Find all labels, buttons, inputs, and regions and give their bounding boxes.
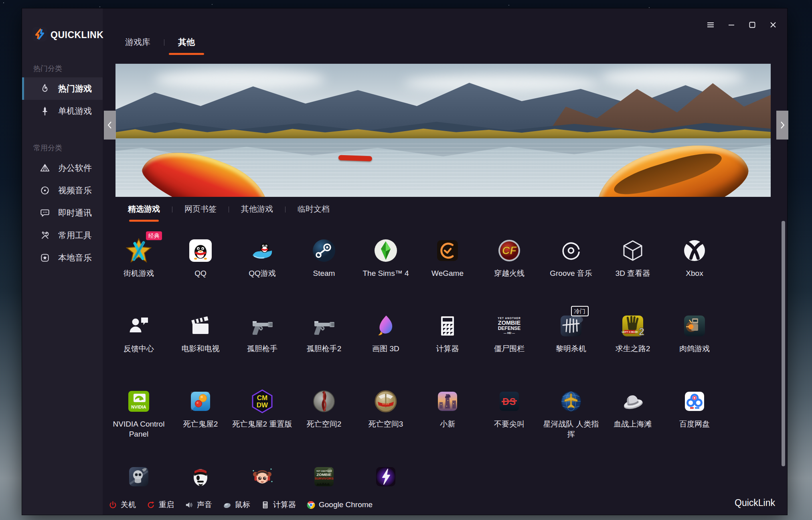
- grid-item-死亡空间2[interactable]: 死亡空间2: [293, 388, 355, 439]
- grid-item-求生之路2[interactable]: LEFT 4 DEAD2求生之路2: [602, 313, 664, 354]
- grid-item-画图 3D[interactable]: 画图 3D: [355, 313, 417, 354]
- grid-item-Groove 音乐[interactable]: Groove 音乐: [540, 238, 602, 278]
- grid-item-QQ游戏[interactable]: QQ游戏: [231, 238, 293, 278]
- sidebar-item-label: 热门游戏: [58, 83, 92, 94]
- grid-item-3D 查看器[interactable]: 3D 查看器: [602, 238, 664, 278]
- quicklink-logo-icon: [32, 27, 47, 43]
- disc-icon: [40, 185, 50, 196]
- chat-icon: [40, 208, 50, 218]
- grid-item-lightning[interactable]: [355, 464, 417, 504]
- grid-item-肉鸽游戏[interactable]: 肉鸽游戏: [664, 313, 725, 354]
- taskbar-item-label: 声音: [197, 500, 212, 510]
- taskbar-item-speaker[interactable]: 声音: [184, 500, 212, 510]
- main-area: 游戏库其他 精选游戏网页书签其他游戏临时文档 经典街机游戏QQQQ游戏Steam…: [103, 8, 787, 515]
- grid-item-星河战队 人类指挥[interactable]: 星河战队 人类指挥: [540, 388, 602, 439]
- grid-item-NVIDIA Control Panel[interactable]: NVIDIANVIDIA Control Panel: [108, 388, 170, 439]
- sidebar-item-sword[interactable]: 单机游戏: [22, 100, 103, 122]
- sidebar-section-header: 常用分类: [22, 143, 103, 153]
- taskbar-item-label: 计算器: [273, 500, 296, 510]
- grid-item-label: 肉鸽游戏: [664, 344, 725, 354]
- grid-item-反馈中心[interactable]: 反馈中心: [108, 313, 170, 354]
- hat-icon: [620, 388, 646, 414]
- grid-item-血战上海滩[interactable]: 血战上海滩: [602, 388, 664, 439]
- grid-row-3: YET ANOTHERZOMBIESURVIVORS: [108, 464, 417, 504]
- grid-item-黎明杀机[interactable]: 冷门黎明杀机: [540, 313, 602, 354]
- grid-item-QQ[interactable]: QQ: [170, 238, 231, 278]
- grid-item-小新[interactable]: 小新: [417, 388, 478, 439]
- grid-item-计算器[interactable]: 计算器: [417, 313, 478, 354]
- grid-item-百度网盘[interactable]: 百度网盘: [664, 388, 725, 439]
- minimize-button[interactable]: [726, 20, 737, 30]
- taskbar-item-calculator-small[interactable]: 计算器: [261, 500, 296, 510]
- grid-item-电影和电视[interactable]: 电影和电视: [170, 313, 231, 354]
- feedback-icon: [126, 313, 152, 339]
- flame-icon: [40, 83, 50, 94]
- grid-item-zombie-survivors[interactable]: YET ANOTHERZOMBIESURVIVORS: [293, 464, 355, 504]
- grid-item-label: WeGame: [417, 268, 478, 278]
- featured-banner[interactable]: [115, 64, 771, 197]
- top-tab-1[interactable]: 其他: [178, 36, 195, 53]
- close-button[interactable]: [768, 20, 778, 30]
- tent-icon: [40, 163, 50, 173]
- taskbar-item-chrome[interactable]: Google Chrome: [306, 500, 373, 510]
- grid-item-label: 穿越火线: [479, 268, 539, 278]
- paint3d-icon: [373, 313, 399, 339]
- grid-item-skull-art[interactable]: [108, 464, 170, 504]
- qq-game-icon: [249, 238, 275, 263]
- grid-item-girl-headphones[interactable]: [231, 464, 293, 504]
- grid-item-死亡鬼屋2 重置版[interactable]: CMDW死亡鬼屋2 重置版: [231, 388, 293, 439]
- xiaoxin-icon: [435, 388, 460, 414]
- maximize-button[interactable]: [747, 20, 757, 30]
- grid-item-Steam[interactable]: Steam: [293, 238, 355, 278]
- sidebar-item-star-box[interactable]: 本地音乐: [22, 247, 103, 269]
- grid-item-The Sims™ 4[interactable]: The Sims™ 4: [355, 238, 417, 278]
- cloud-shape: [600, 68, 744, 88]
- grid-item-街机游戏[interactable]: 经典街机游戏: [108, 238, 170, 278]
- sidebar-item-flame[interactable]: 热门游戏: [22, 77, 103, 100]
- taskbar-item-label: 关机: [121, 500, 136, 510]
- movies-icon: [188, 313, 213, 339]
- crossfire-icon: CF: [496, 238, 522, 263]
- taskbar-item-power[interactable]: 关机: [108, 500, 136, 510]
- deadspace2-icon: [311, 388, 337, 414]
- grid-item-label: Groove 音乐: [541, 268, 601, 278]
- pistol2-icon: [311, 313, 337, 339]
- desktop-stars: [3, 2, 4, 3]
- top-tab-0[interactable]: 游戏库: [125, 36, 150, 53]
- sidebar-item-chat[interactable]: 即时通讯: [22, 202, 103, 224]
- grid-item-死亡鬼屋2[interactable]: 死亡鬼屋2: [170, 388, 231, 439]
- banner-next-button[interactable]: [776, 111, 788, 140]
- sidebar-item-tent[interactable]: 办公软件: [22, 157, 103, 179]
- taskbar-item-restart[interactable]: 重启: [146, 500, 174, 510]
- grid-item-label: 不要尖叫: [479, 419, 539, 429]
- grid-item-孤胆枪手[interactable]: 孤胆枪手: [231, 313, 293, 354]
- sub-tab-1[interactable]: 网页书签: [184, 204, 217, 221]
- window-controls: [705, 20, 778, 30]
- sidebar-item-disc[interactable]: 视频音乐: [22, 179, 103, 202]
- grid-item-Xbox[interactable]: Xbox: [664, 238, 725, 278]
- grid-item-孤胆枪手2[interactable]: 孤胆枪手2: [293, 313, 355, 354]
- grid-item-label: 孤胆枪手: [232, 344, 292, 354]
- top-tabs: 游戏库其他: [125, 36, 195, 53]
- cloud-shape: [155, 69, 325, 90]
- sub-tab-2[interactable]: 其他游戏: [241, 204, 273, 221]
- grid-item-穿越火线[interactable]: CF穿越火线: [478, 238, 540, 278]
- chrome-icon: [306, 500, 316, 510]
- sub-tab-3[interactable]: 临时文档: [298, 204, 330, 221]
- zombie-defense-icon: YET ANOTHERZOMBIEDEFENSE— HD —: [496, 313, 522, 339]
- sub-tab-0[interactable]: 精选游戏: [128, 204, 160, 221]
- grid-item-死亡空间3[interactable]: S C A F死亡空间3: [355, 388, 417, 439]
- grid-item-僵尸围栏[interactable]: YET ANOTHERZOMBIEDEFENSE— HD —僵尸围栏: [478, 313, 540, 354]
- sidebar-item-tools[interactable]: 常用工具: [22, 224, 103, 247]
- banner-prev-button[interactable]: [104, 111, 116, 140]
- maximize-icon: [747, 20, 757, 30]
- grid-item-WeGame[interactable]: WeGame: [417, 238, 478, 278]
- grid-item-label: 星河战队 人类指挥: [541, 419, 601, 439]
- scrollbar-thumb[interactable]: [782, 221, 785, 466]
- taskbar-item-mouse[interactable]: 鼠标: [223, 500, 250, 510]
- sims4-icon: [373, 238, 399, 263]
- grid-item-label: 死亡鬼屋2: [170, 419, 231, 429]
- grid-item-mask-face[interactable]: [170, 464, 231, 504]
- grid-item-不要尖叫[interactable]: DS不要尖叫: [478, 388, 540, 439]
- menu-button[interactable]: [705, 20, 716, 30]
